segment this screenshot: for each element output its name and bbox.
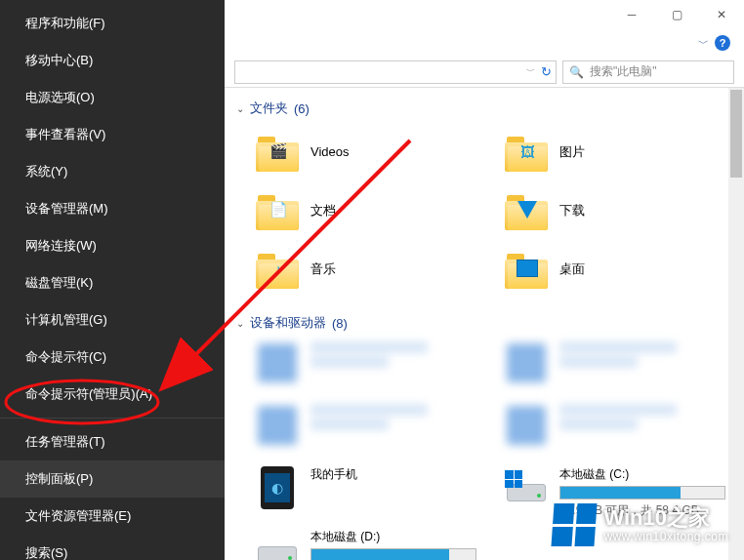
menu-item[interactable]: 搜索(S) <box>0 535 225 560</box>
caret-down-icon: ⌄ <box>236 103 244 114</box>
folder-icon: 🖼 <box>505 133 548 172</box>
device-name: 本地磁盘 (C:) <box>559 466 734 483</box>
storage-bar <box>310 548 476 560</box>
menu-item-label: 电源选项(O) <box>25 90 95 104</box>
folder-item[interactable]: 📄文档 <box>256 185 485 236</box>
folder-label: 桌面 <box>559 261 585 278</box>
storage-bar <box>559 486 725 500</box>
folder-item[interactable]: 🖼图片 <box>505 127 734 178</box>
windows-logo-icon <box>552 503 598 546</box>
watermark: Win10之家 www.win10xitong.com <box>553 503 728 546</box>
device-icon <box>505 466 548 509</box>
folder-label: 音乐 <box>310 261 336 278</box>
menu-item-label: 网络连接(W) <box>25 238 97 253</box>
group-folders-header[interactable]: ⌄ 文件夹 (6) <box>236 94 734 127</box>
menu-item[interactable]: 事件查看器(V) <box>0 116 225 153</box>
menu-item[interactable]: 设备管理器(M) <box>0 190 225 227</box>
folder-label: 图片 <box>559 144 585 161</box>
close-button[interactable]: ✕ <box>699 0 744 29</box>
menu-item-label: 计算机管理(G) <box>25 312 107 327</box>
menu-item-label: 控制面板(P) <box>25 471 93 486</box>
search-placeholder: 搜索"此电脑" <box>590 63 657 80</box>
folder-icon: ♪ <box>256 250 299 289</box>
chevron-down-icon[interactable]: ﹀ <box>698 36 709 51</box>
group-title: 设备和驱动器 <box>250 314 326 332</box>
folder-item[interactable]: ♪音乐 <box>256 244 485 295</box>
search-icon: 🔍 <box>569 65 584 79</box>
group-devices-header[interactable]: ⌄ 设备和驱动器 (8) <box>236 308 734 341</box>
windows-flag-icon <box>505 470 522 488</box>
device-icon <box>256 529 299 560</box>
menu-item[interactable]: 网络连接(W) <box>0 227 225 264</box>
device-icon <box>505 341 548 384</box>
menu-item-label: 命令提示符(C) <box>25 349 106 364</box>
folder-icon: 🎬 <box>256 133 299 172</box>
menu-item[interactable]: 计算机管理(G) <box>0 301 225 339</box>
menu-item[interactable]: 电源选项(O) <box>0 79 225 116</box>
search-box[interactable]: 🔍 搜索"此电脑" <box>562 60 734 84</box>
menu-item-label: 任务管理器(T) <box>25 434 105 449</box>
menu-item-label: 磁盘管理(K) <box>25 275 93 290</box>
device-icon: ◐ <box>256 466 299 509</box>
device-icon <box>256 341 299 384</box>
device-item[interactable] <box>256 404 485 459</box>
device-icon <box>505 404 548 447</box>
help-icon[interactable]: ? <box>715 35 730 51</box>
group-count: (8) <box>332 316 348 331</box>
menu-item-label: 程序和功能(F) <box>25 16 105 30</box>
device-item[interactable]: 本地磁盘 (D:)8.33 GB 可用，共 51.7 GB <box>256 529 485 560</box>
minimize-button[interactable]: ─ <box>609 0 654 29</box>
watermark-url: www.win10xitong.com <box>603 531 728 543</box>
explorer-content: ⌄ 文件夹 (6) 🎬Videos🖼图片📄文档下载♪音乐桌面 ⌄ 设备和驱动器 … <box>225 88 744 560</box>
device-name <box>310 404 428 416</box>
menu-item[interactable]: 磁盘管理(K) <box>0 264 225 301</box>
menu-item-label: 移动中心(B) <box>25 53 93 67</box>
menu-item[interactable]: 系统(Y) <box>0 153 225 190</box>
folder-icon: 📄 <box>256 191 299 230</box>
menu-item-label: 设备管理器(M) <box>25 201 108 216</box>
device-item[interactable]: ◐我的手机 <box>256 466 485 521</box>
caret-down-icon: ⌄ <box>236 318 244 329</box>
folder-label: Videos <box>310 144 350 161</box>
menu-item[interactable]: 文件资源管理器(E) <box>0 498 225 535</box>
folder-item[interactable]: 🎬Videos <box>256 127 485 178</box>
folder-icon <box>505 250 548 289</box>
menu-item-label: 事件查看器(V) <box>25 127 105 141</box>
menu-item-label: 系统(Y) <box>25 164 67 179</box>
device-icon <box>256 404 299 447</box>
menu-item[interactable]: 任务管理器(T) <box>0 423 225 460</box>
device-name: 本地磁盘 (D:) <box>310 529 485 545</box>
winx-context-menu: 程序和功能(F)移动中心(B)电源选项(O)事件查看器(V)系统(Y)设备管理器… <box>0 0 225 560</box>
menu-item[interactable]: 移动中心(B) <box>0 42 225 79</box>
watermark-title: Win10之家 <box>603 506 728 530</box>
refresh-icon[interactable]: ↻ <box>541 64 552 79</box>
menu-item-label: 搜索(S) <box>25 545 67 560</box>
folder-item[interactable]: 下载 <box>505 185 734 236</box>
group-count: (6) <box>294 101 310 116</box>
folder-item[interactable]: 桌面 <box>505 244 734 295</box>
menu-item[interactable]: 命令提示符(C) <box>0 339 225 376</box>
device-name <box>559 341 677 353</box>
device-item[interactable] <box>256 341 485 396</box>
device-name: 我的手机 <box>310 466 485 483</box>
menu-item-label: 命令提示符(管理员)(A) <box>25 386 152 401</box>
menu-item-label: 文件资源管理器(E) <box>25 508 131 523</box>
device-item[interactable] <box>505 341 734 396</box>
menu-item[interactable]: 程序和功能(F) <box>0 5 225 42</box>
device-name <box>310 341 428 353</box>
folder-label: 文档 <box>310 203 336 220</box>
menu-item[interactable]: 控制面板(P) <box>0 460 225 498</box>
device-name <box>559 404 677 416</box>
maximize-button[interactable]: ▢ <box>654 0 699 29</box>
address-bar[interactable]: ﹀ ↻ <box>234 60 557 84</box>
addr-dropdown-icon[interactable]: ﹀ <box>526 65 535 78</box>
device-item[interactable] <box>505 404 734 459</box>
folder-icon <box>505 191 548 230</box>
group-title: 文件夹 <box>250 100 288 117</box>
folder-label: 下载 <box>559 203 585 220</box>
menu-item[interactable]: 命令提示符(管理员)(A) <box>0 376 225 413</box>
